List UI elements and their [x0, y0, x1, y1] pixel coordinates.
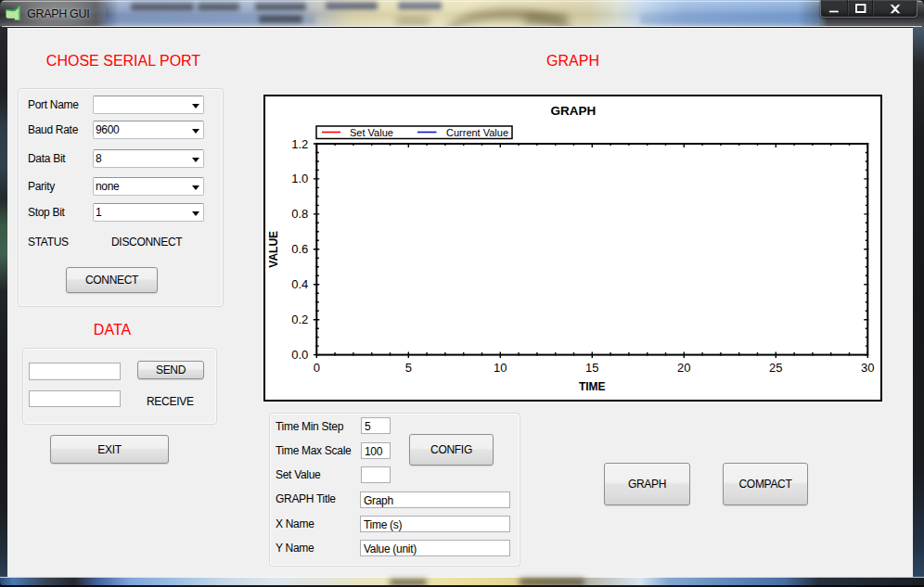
- svg-text:Set Value: Set Value: [350, 127, 393, 138]
- svg-text:0: 0: [314, 361, 320, 375]
- svg-text:TIME: TIME: [579, 380, 606, 393]
- svg-text:0.6: 0.6: [291, 242, 308, 256]
- svg-text:VALUE: VALUE: [267, 231, 280, 268]
- svg-text:30: 30: [861, 361, 874, 375]
- svg-text:0.2: 0.2: [291, 313, 308, 326]
- svg-text:5: 5: [405, 361, 412, 375]
- svg-text:20: 20: [677, 361, 690, 375]
- svg-text:25: 25: [769, 361, 782, 375]
- svg-text:15: 15: [585, 361, 598, 375]
- svg-text:10: 10: [494, 361, 507, 375]
- svg-text:Current Value: Current Value: [446, 127, 508, 138]
- svg-text:0.4: 0.4: [291, 277, 308, 291]
- svg-text:1.2: 1.2: [291, 137, 308, 151]
- svg-text:0.8: 0.8: [291, 207, 308, 221]
- svg-text:0.0: 0.0: [291, 348, 308, 362]
- svg-text:1.0: 1.0: [291, 172, 308, 185]
- svg-text:GRAPH: GRAPH: [551, 104, 597, 118]
